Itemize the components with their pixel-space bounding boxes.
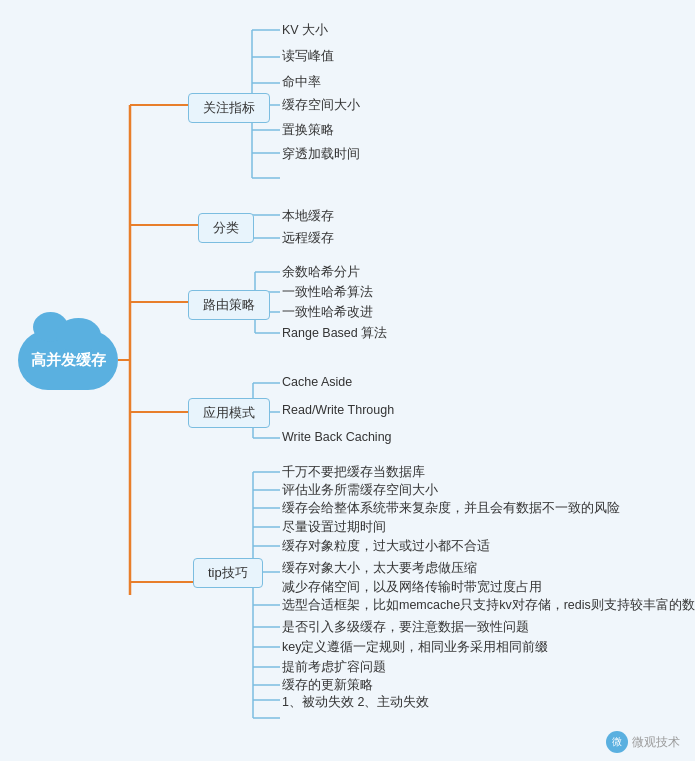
leaf-tip-10: 提前考虑扩容问题 <box>282 658 386 677</box>
root-node: 高并发缓存 <box>18 330 118 390</box>
leaf-tip-7: 选型合适框架，比如memcache只支持kv对存储，redis则支持较丰富的数据… <box>282 596 695 615</box>
leaf-yingyong-2: Read/Write Through <box>282 402 394 418</box>
leaf-tip-1: 千万不要把缓存当数据库 <box>282 463 425 482</box>
cat-yingyong: 应用模式 <box>188 398 270 428</box>
leaf-luyou-3: 一致性哈希改进 <box>282 303 373 322</box>
leaf-luyou-2: 一致性哈希算法 <box>282 283 373 302</box>
cat-guanzhi: 关注指标 <box>188 93 270 123</box>
leaf-guanzhi-5: 置换策略 <box>282 121 334 140</box>
leaf-fenlei-2: 远程缓存 <box>282 229 334 248</box>
leaf-luyou-4: Range Based 算法 <box>282 324 387 343</box>
leaf-tip-3: 缓存会给整体系统带来复杂度，并且会有数据不一致的风险 <box>282 499 620 518</box>
cat-fenlei: 分类 <box>198 213 254 243</box>
leaf-yingyong-3: Write Back Caching <box>282 429 392 445</box>
leaf-guanzhi-1: KV 大小 <box>282 21 328 40</box>
leaf-guanzhi-6: 穿透加载时间 <box>282 145 360 164</box>
leaf-tip-6: 缓存对象大小，太大要考虑做压缩减少存储空间，以及网络传输时带宽过度占用 <box>282 558 542 598</box>
leaf-tip-9: key定义遵循一定规则，相同业务采用相同前缀 <box>282 638 548 657</box>
logo-icon: 微 <box>606 731 628 753</box>
leaf-luyou-1: 余数哈希分片 <box>282 263 360 282</box>
leaf-tip-12: 1、被动失效 2、主动失效 <box>282 693 429 712</box>
leaf-guanzhi-2: 读写峰值 <box>282 47 334 66</box>
leaf-tip-2: 评估业务所需缓存空间大小 <box>282 481 438 500</box>
leaf-tip-8: 是否引入多级缓存，要注意数据一致性问题 <box>282 618 529 637</box>
leaf-tip-4: 尽量设置过期时间 <box>282 518 386 537</box>
leaf-guanzhi-3: 命中率 <box>282 73 321 92</box>
leaf-yingyong-1: Cache Aside <box>282 374 352 390</box>
leaf-guanzhi-4: 缓存空间大小 <box>282 96 360 115</box>
logo: 微 微观技术 <box>606 731 680 753</box>
diagram-container: 高并发缓存 关注指标 KV 大小 读写峰值 命中率 缓存空间大小 置换策略 穿透… <box>0 0 695 761</box>
cat-luyou: 路由策略 <box>188 290 270 320</box>
leaf-tip-5: 缓存对象粒度，过大或过小都不合适 <box>282 537 490 556</box>
leaf-fenlei-1: 本地缓存 <box>282 207 334 226</box>
cat-tip: tip技巧 <box>193 558 263 588</box>
